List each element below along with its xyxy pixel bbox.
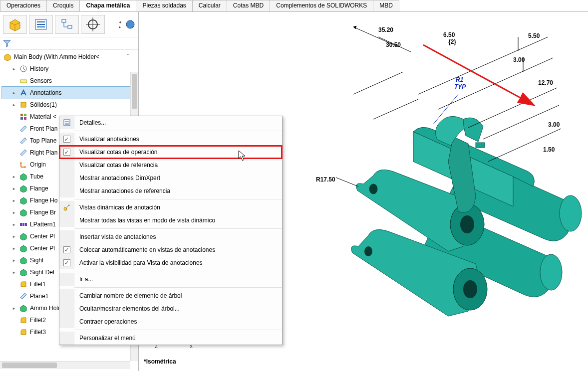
toolbar-btn-4[interactable] [81, 15, 105, 34]
menu-item[interactable]: Vistas dinámicas de anotación [59, 201, 282, 214]
filter-row[interactable] [0, 37, 138, 50]
expand-twisty-icon[interactable]: ▸ [11, 245, 17, 252]
menu-gutter: ✓ [59, 256, 74, 269]
tree-root[interactable]: Main Body (With Ammo Holder< ˆ [2, 51, 138, 63]
expand-twisty-icon[interactable]: ▸ [11, 257, 17, 264]
menu-item[interactable]: Mostrar todas las vistas en modo de vist… [59, 214, 282, 227]
menu-item-label: Contraer operaciones [74, 318, 282, 325]
tree-item-label: Flange Br [30, 209, 56, 216]
expand-twisty-icon[interactable]: ▸ [11, 269, 17, 276]
menu-item[interactable]: Detalles... [59, 116, 282, 129]
expand-twisty-icon[interactable]: ▸ [11, 101, 17, 108]
svg-point-35 [560, 195, 582, 231]
svg-point-41 [463, 280, 477, 298]
menu-item[interactable]: Ocultar/mostrar elementos del árbol... [59, 302, 282, 315]
toolbar-btn-1[interactable] [3, 15, 27, 34]
tab-chapa-metalica[interactable]: Chapa metálica [79, 0, 136, 11]
menu-item[interactable]: Cambiar nombre de elemento de árbol [59, 289, 282, 302]
tree-item-label: Sólidos(1) [30, 101, 57, 108]
tree-item-label: Center Pl [30, 233, 55, 240]
svg-line-48 [488, 129, 561, 162]
menu-separator [74, 131, 282, 131]
tab-croquis[interactable]: Croquis [46, 0, 80, 11]
menu-gutter: ✓ [59, 146, 74, 159]
menu-item[interactable]: Personalizar el menú [59, 332, 282, 345]
toolbar-btn-2[interactable] [29, 15, 53, 34]
material-icon [19, 112, 28, 121]
tree-item-label: Flange [30, 185, 48, 192]
menu-separator [74, 228, 282, 229]
annotations-icon [19, 88, 28, 97]
expand-twisty-icon[interactable]: ▸ [11, 65, 17, 72]
dim-1-50: 1.50 [543, 146, 555, 153]
expand-twisty-icon[interactable]: ▸ [11, 197, 17, 204]
plane-icon [19, 148, 28, 157]
menu-item-label: Visualizar cotas de referencia [74, 162, 282, 169]
menu-item[interactable]: ✓Visualizar cotas de operación [59, 146, 282, 159]
menu-item-label: Mostrar anotaciones de referencia [74, 187, 282, 194]
expand-twisty-icon[interactable]: ▸ [11, 305, 17, 312]
menu-item[interactable]: ✓Activar la visibilidad para Vista de an… [59, 256, 282, 269]
menu-item[interactable]: Mostrar anotaciones de referencia [59, 185, 282, 197]
tab-piezas-soldadas[interactable]: Piezas soldadas [136, 0, 192, 11]
tree-item-label: Fillet2 [30, 317, 46, 324]
scroll-thumb[interactable] [2, 363, 57, 368]
expand-twisty-icon[interactable]: ▸ [11, 185, 17, 192]
tree-horizontal-scrollbar[interactable] [0, 361, 130, 369]
menu-item-label: Colocar automáticamente en vistas de ano… [74, 246, 282, 253]
menu-item[interactable]: ✓Visualizar anotaciones [59, 133, 282, 146]
menu-item[interactable]: Mostrar anotaciones DimXpert [59, 172, 282, 185]
menu-item[interactable]: Ir a... [59, 273, 282, 286]
menu-item-label: Ocultar/mostrar elementos del árbol... [74, 305, 282, 312]
expand-twisty-icon[interactable]: ▸ [11, 221, 17, 228]
expand-twisty-icon[interactable]: ▸ [11, 89, 17, 96]
expand-twisty-icon[interactable]: ▸ [11, 173, 17, 180]
toolbar-spinner[interactable]: ◂▸ [117, 19, 122, 29]
svg-rect-26 [20, 223, 22, 226]
tree-item-label: Sensors [30, 77, 52, 84]
svg-marker-32 [20, 269, 26, 276]
menu-item-label: Visualizar cotas de operación [74, 149, 282, 156]
feature-icon [19, 184, 28, 193]
menu-item[interactable]: Visualizar cotas de referencia [59, 159, 282, 172]
dim-6-50: 6.50 [443, 31, 455, 38]
menu-gutter [59, 172, 74, 185]
menu-gutter [59, 214, 74, 227]
menu-gutter: ✓ [59, 243, 74, 256]
tree-root-label: Main Body (With Ammo Holder< [14, 53, 99, 60]
tree-item-label: Flange Ho [30, 197, 57, 204]
feature-icon [19, 256, 28, 265]
expand-twisty-icon[interactable]: ▸ [11, 209, 17, 216]
menu-gutter [59, 302, 74, 315]
checkmark-icon: ✓ [63, 246, 70, 253]
tree-scroll-up-icon[interactable]: ˆ [127, 53, 129, 60]
annotations-context-menu[interactable]: Detalles...✓Visualizar anotaciones✓Visua… [59, 116, 283, 345]
menu-separator [74, 330, 282, 330]
panel-toolbar: ◂▸ [0, 12, 138, 37]
menu-gutter [59, 116, 74, 129]
tab-calcular[interactable]: Calcular [192, 0, 227, 11]
tree-item[interactable]: ▸History [2, 63, 138, 75]
scroll-thumb[interactable] [132, 74, 137, 109]
tab-cotas-mbd[interactable]: Cotas MBD [227, 0, 270, 11]
feature-icon [19, 304, 28, 313]
tree-item[interactable]: ▸Sólidos(1) [2, 99, 138, 111]
menu-gutter [59, 332, 74, 345]
toolbar-btn-3[interactable] [55, 15, 79, 34]
expand-twisty-icon[interactable]: ▸ [11, 233, 17, 240]
menu-item[interactable]: Insertar vista de anotaciones [59, 230, 282, 243]
tab-mbd[interactable]: MBD [373, 0, 399, 11]
menu-item[interactable]: Contraer operaciones [59, 315, 282, 328]
svg-rect-16 [20, 80, 26, 83]
menu-separator [74, 271, 282, 271]
menu-gutter [59, 273, 74, 286]
menu-gutter [59, 230, 74, 243]
globe-icon[interactable] [125, 17, 135, 31]
tab-operaciones[interactable]: Operaciones [0, 0, 47, 11]
tab-complementos[interactable]: Complementos de SOLIDWORKS [270, 0, 373, 11]
svg-marker-14 [4, 54, 10, 61]
tree-item[interactable]: Sensors [2, 75, 138, 87]
svg-rect-17 [21, 102, 26, 107]
tree-item[interactable]: ▸Annotations [2, 87, 138, 99]
menu-item[interactable]: ✓Colocar automáticamente en vistas de an… [59, 243, 282, 256]
